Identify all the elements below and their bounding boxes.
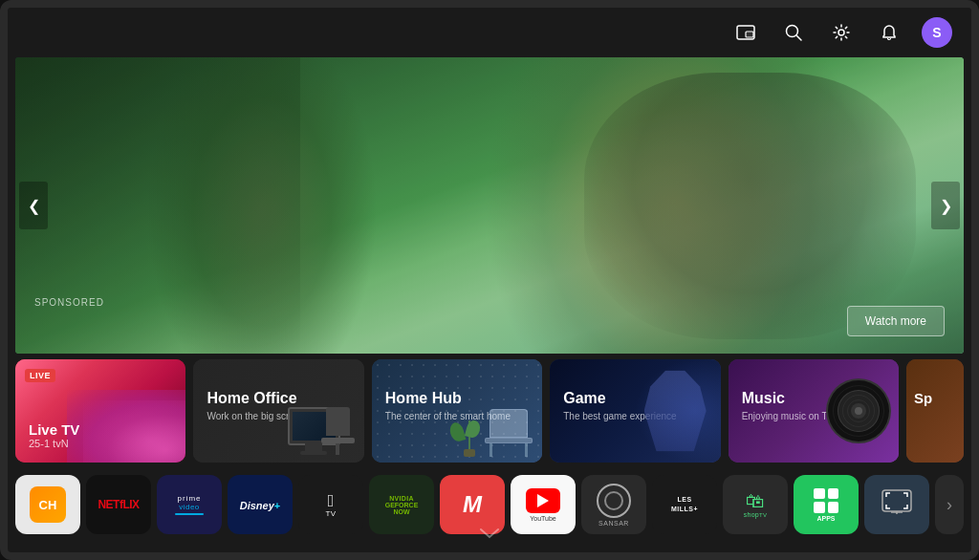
youtube-logo: YouTube <box>526 488 560 522</box>
home-office-title: Home Office <box>207 390 296 407</box>
sponsored-label: SPONSORED <box>34 297 104 308</box>
shoptv-logo: 🛍 shopTV <box>744 491 768 518</box>
disney-logo: Disney+ <box>240 496 281 513</box>
category-tile-live-tv[interactable]: LIVE Live TV 25-1 tvN <box>15 359 185 463</box>
hero-prev-button[interactable]: ❮ <box>19 182 48 229</box>
app-tile-sansar[interactable]: SANSAR <box>581 475 646 534</box>
search-icon[interactable] <box>778 17 809 48</box>
sp-title: Sp <box>914 390 932 406</box>
hero-next-button[interactable]: ❯ <box>931 182 960 229</box>
app-tile-apps[interactable]: APPS <box>794 475 859 534</box>
svg-rect-1 <box>746 32 753 37</box>
ch-logo: CH <box>30 486 66 523</box>
category-tile-home-hub[interactable]: Home Hub The center of the smart home <box>372 359 542 463</box>
live-tv-info: Live TV 25-1 tvN <box>29 421 79 449</box>
category-tile-game[interactable]: Game The best game experience <box>550 359 720 463</box>
game-title: Game <box>563 390 605 407</box>
masterclass-logo: M <box>463 493 482 516</box>
tv-screen: S ❮ ❯ SPONSORED Watch more LIVE Live TV <box>0 0 979 560</box>
apps-logo: APPS <box>814 488 838 522</box>
overflow-icon: › <box>946 495 952 515</box>
app-tile-nvidia[interactable]: NVIDIA GEFORCE NOW <box>369 475 434 534</box>
live-tv-channel: 25-1 tvN <box>29 438 79 449</box>
scroll-indicator <box>478 525 501 545</box>
category-row: LIVE Live TV 25-1 tvN Home Office Work o… <box>15 359 964 463</box>
app-tile-disney[interactable]: Disney+ <box>228 475 293 534</box>
app-tile-shoptv[interactable]: 🛍 shopTV <box>723 475 788 534</box>
music-subtitle: Enjoying music on TV <box>742 411 835 421</box>
picture-in-picture-icon[interactable] <box>730 17 761 48</box>
hero-banner: ❮ ❯ SPONSORED Watch more <box>15 57 964 354</box>
svg-line-3 <box>796 35 801 40</box>
category-tile-home-office[interactable]: Home Office Work on the big screen <box>193 359 363 463</box>
nvidia-logo: NVIDIA GEFORCE NOW <box>385 495 419 515</box>
sansar-logo: SANSAR <box>597 484 631 527</box>
appletv-logo:  TV <box>326 492 337 518</box>
home-hub-title: Home Hub <box>385 390 462 407</box>
top-bar: S <box>8 8 971 57</box>
app-tile-youtube[interactable]: YouTube <box>511 475 576 534</box>
svg-point-4 <box>838 30 844 35</box>
app-tile-screen[interactable] <box>864 475 929 534</box>
netflix-logo: NETfLIX <box>98 498 139 511</box>
watch-more-button[interactable]: Watch more <box>847 306 945 336</box>
category-tile-music[interactable]: Music Enjoying music on TV <box>729 359 899 463</box>
app-tile-lesmills[interactable]: LESMILLS+ <box>652 475 717 534</box>
prime-logo: prime video <box>175 494 204 515</box>
avatar[interactable]: S <box>922 17 952 48</box>
app-tile-ch[interactable]: CH <box>15 475 80 534</box>
notifications-icon[interactable] <box>874 17 904 48</box>
app-tile-overflow[interactable]: › <box>935 475 964 534</box>
app-tile-prime[interactable]: prime video <box>157 475 222 534</box>
app-tile-appletv[interactable]:  TV <box>298 475 363 534</box>
category-tile-sp[interactable]: Sp <box>906 359 964 463</box>
app-tile-netflix[interactable]: NETfLIX <box>86 475 151 534</box>
music-title: Music <box>742 390 785 407</box>
live-tv-title: Live TV <box>29 421 79 438</box>
live-badge: LIVE <box>25 369 55 382</box>
lesmills-logo: LESMILLS+ <box>671 495 698 515</box>
settings-icon[interactable] <box>826 17 857 48</box>
screen-icon <box>881 489 912 520</box>
